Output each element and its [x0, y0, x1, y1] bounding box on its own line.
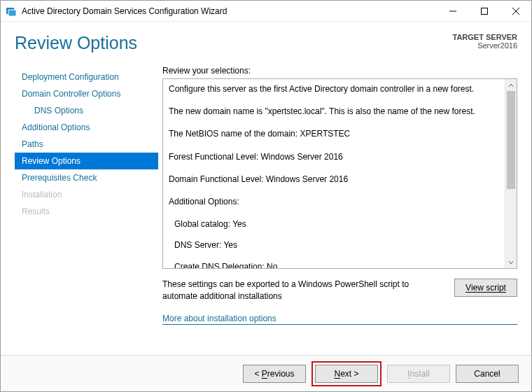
previous-button[interactable]: < Previous	[243, 365, 306, 383]
sidebar: Deployment ConfigurationDomain Controlle…	[15, 66, 158, 355]
scroll-down-icon[interactable]	[505, 256, 517, 268]
review-line: The NetBIOS name of the domain: XPERTSTE…	[169, 128, 499, 139]
cancel-button[interactable]: Cancel	[456, 365, 519, 383]
sidebar-item-prerequisites-check[interactable]: Prerequisites Check	[15, 169, 158, 186]
review-panel: Review your selections: Configure this s…	[158, 66, 517, 355]
review-box: Configure this server as the first Activ…	[162, 78, 517, 269]
header-row: Review Options TARGET SERVER Server2016	[15, 33, 517, 53]
sidebar-item-additional-options[interactable]: Additional Options	[15, 119, 158, 136]
target-value: Server2016	[453, 41, 518, 50]
review-line: Domain Functional Level: Windows Server …	[169, 174, 499, 185]
review-line: Additional Options:	[169, 196, 499, 207]
window-buttons	[437, 1, 531, 21]
sidebar-item-domain-controller-options[interactable]: Domain Controller Options	[15, 85, 158, 102]
target-label: TARGET SERVER	[453, 33, 518, 41]
target-server: TARGET SERVER Server2016	[453, 33, 518, 50]
svg-rect-1	[8, 10, 16, 16]
scrollbar[interactable]	[505, 79, 517, 268]
window-title: Active Directory Domain Services Configu…	[22, 6, 437, 16]
export-row: These settings can be exported to a Wind…	[162, 279, 517, 302]
content-area: Review Options TARGET SERVER Server2016 …	[1, 22, 531, 355]
next-button[interactable]: Next >	[315, 365, 378, 383]
review-line: The new domain name is "xpertstec.local"…	[169, 106, 499, 117]
sidebar-item-paths[interactable]: Paths	[15, 136, 158, 153]
more-info-link[interactable]: More about installation options	[162, 314, 517, 325]
sidebar-item-installation: Installation	[15, 186, 158, 203]
maximize-button[interactable]	[468, 1, 500, 21]
next-button-highlight: Next >	[312, 361, 382, 386]
review-line: Global catalog: Yes	[169, 218, 499, 230]
minimize-button[interactable]	[437, 1, 468, 21]
review-line: Configure this server as the first Activ…	[169, 83, 499, 94]
app-icon	[5, 5, 18, 18]
wizard-window: Active Directory Domain Services Configu…	[0, 0, 532, 392]
install-button: Install	[387, 365, 450, 383]
view-script-button[interactable]: View script	[454, 279, 517, 297]
sidebar-item-deployment-configuration[interactable]: Deployment Configuration	[15, 69, 158, 85]
review-heading: Review your selections:	[162, 66, 517, 76]
scroll-up-icon[interactable]	[505, 79, 517, 91]
close-button[interactable]	[500, 1, 531, 21]
main-area: Deployment ConfigurationDomain Controlle…	[15, 66, 517, 355]
review-text: Configure this server as the first Activ…	[163, 79, 505, 268]
sidebar-item-dns-options[interactable]: DNS Options	[15, 102, 158, 119]
sidebar-item-review-options[interactable]: Review Options	[15, 153, 158, 169]
scroll-thumb[interactable]	[507, 91, 515, 189]
svg-rect-3	[481, 8, 487, 14]
page-title: Review Options	[15, 33, 137, 53]
review-line: DNS Server: Yes	[169, 239, 499, 251]
titlebar: Active Directory Domain Services Configu…	[1, 1, 531, 22]
review-line: Forest Functional Level: Windows Server …	[169, 151, 499, 162]
footer: < Previous Next > Install Cancel	[1, 355, 531, 391]
review-line: Create DNS Delegation: No	[169, 261, 499, 269]
sidebar-item-results: Results	[15, 203, 158, 220]
export-text: These settings can be exported to a Wind…	[162, 279, 444, 302]
